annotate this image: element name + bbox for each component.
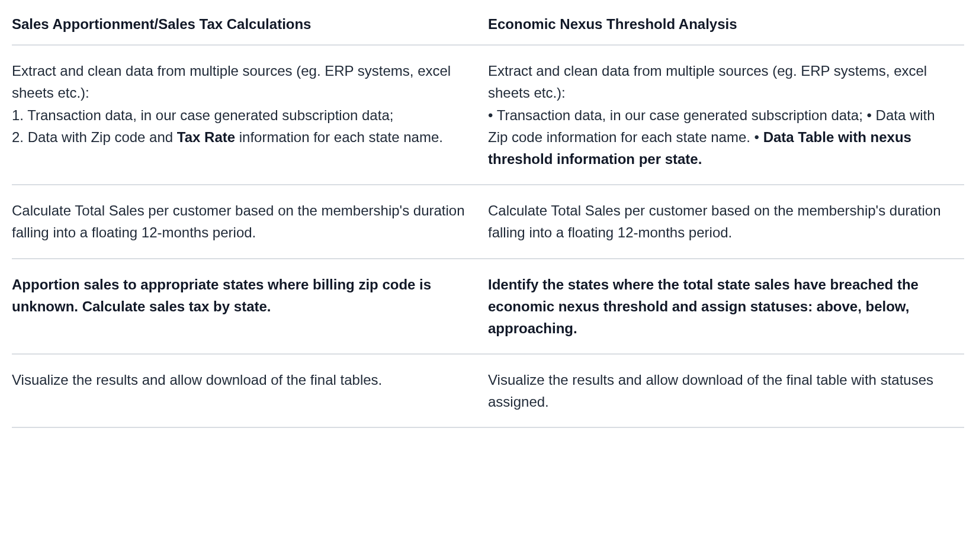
list-item: 2. Data with Zip code and Tax Rate infor…	[12, 126, 467, 148]
cell-visualize-a: Visualize the results and allow download…	[12, 354, 488, 427]
cell-extract-clean-a: Extract and clean data from multiple sou…	[12, 45, 488, 185]
bold-identify: Identify the states where the total stat…	[488, 276, 919, 336]
col-header-economic-nexus: Economic Nexus Threshold Analysis	[488, 13, 964, 45]
intro-text: Extract and clean data from multiple sou…	[12, 60, 467, 104]
cell-extract-clean-b: Extract and clean data from multiple sou…	[488, 45, 964, 185]
col-header-sales-apportionment: Sales Apportionment/Sales Tax Calculatio…	[12, 13, 488, 45]
table-row: Apportion sales to appropriate states wh…	[12, 259, 964, 355]
bold-apportion: Apportion sales to appropriate states wh…	[12, 276, 431, 314]
page-container: Sales Apportionment/Sales Tax Calculatio…	[0, 0, 976, 440]
cell-identify-b: Identify the states where the total stat…	[488, 259, 964, 355]
list-item: 1. Transaction data, in our case generat…	[12, 104, 467, 126]
table-row: Extract and clean data from multiple sou…	[12, 45, 964, 185]
cell-calc-total-a: Calculate Total Sales per customer based…	[12, 185, 488, 258]
cell-apportion-a: Apportion sales to appropriate states wh…	[12, 259, 488, 355]
table-row: Visualize the results and allow download…	[12, 354, 964, 427]
text-fragment: 2. Data with Zip code and	[12, 129, 177, 145]
comparison-table: Sales Apportionment/Sales Tax Calculatio…	[12, 13, 964, 428]
table-row: Calculate Total Sales per customer based…	[12, 185, 964, 258]
text-fragment: Transaction data, in our case generated …	[497, 107, 863, 123]
bold-tax-rate: Tax Rate	[177, 129, 235, 145]
intro-text: Extract and clean data from multiple sou…	[488, 60, 943, 104]
cell-visualize-b: Visualize the results and allow download…	[488, 354, 964, 427]
text-fragment: information for each state name.	[235, 129, 443, 145]
cell-calc-total-b: Calculate Total Sales per customer based…	[488, 185, 964, 258]
list-item: Transaction data, in our case generated …	[488, 107, 863, 123]
table-header-row: Sales Apportionment/Sales Tax Calculatio…	[12, 13, 964, 45]
